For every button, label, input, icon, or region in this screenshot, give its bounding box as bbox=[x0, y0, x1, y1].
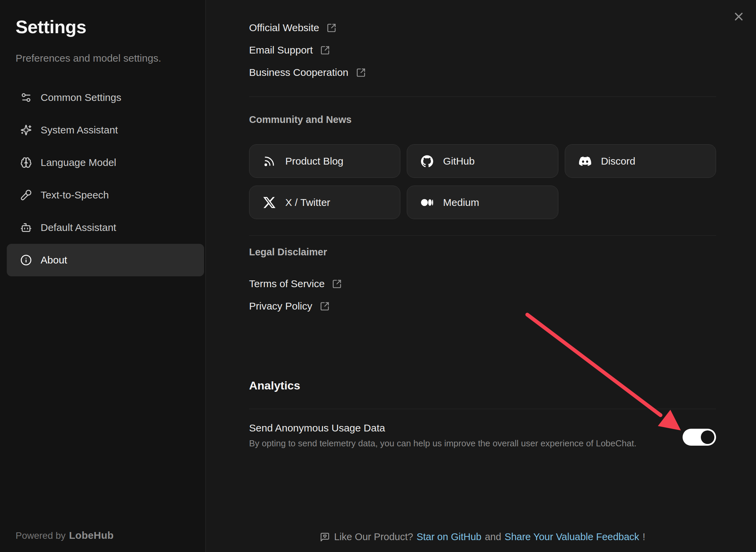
medium-icon bbox=[421, 196, 433, 209]
close-icon bbox=[732, 10, 745, 23]
sidebar-item-label: Text-to-Speech bbox=[41, 189, 109, 201]
external-link-icon bbox=[332, 279, 342, 289]
share-feedback-link[interactable]: Share Your Valuable Feedback bbox=[505, 531, 639, 543]
powered-by-text: Powered by bbox=[16, 530, 66, 541]
feedback-footer: Like Our Product? Star on GitHub and Sha… bbox=[249, 531, 716, 543]
usage-data-texts: Send Anonymous Usage Data By opting to s… bbox=[249, 421, 637, 449]
sidebar-item-system-assistant[interactable]: System Assistant bbox=[7, 114, 204, 146]
contact-links: Official Website Email Support Business … bbox=[249, 0, 716, 84]
usage-data-setting-row: Send Anonymous Usage Data By opting to s… bbox=[249, 421, 716, 449]
rss-icon bbox=[263, 155, 276, 168]
footer-text: ! bbox=[643, 531, 645, 543]
sidebar-item-text-to-speech[interactable]: Text-to-Speech bbox=[7, 179, 204, 211]
page-title: Settings bbox=[16, 16, 195, 38]
section-title-legal: Legal Disclaimer bbox=[249, 245, 716, 259]
discord-icon bbox=[579, 155, 592, 168]
section-title-analytics: Analytics bbox=[249, 378, 716, 393]
sidebar-item-about[interactable]: About bbox=[7, 244, 204, 276]
close-button[interactable] bbox=[731, 9, 747, 24]
usage-data-label: Send Anonymous Usage Data bbox=[249, 421, 637, 435]
sidebar-item-label: Default Assistant bbox=[41, 222, 116, 233]
legal-links: Terms of Service Privacy Policy bbox=[249, 259, 716, 317]
github-button[interactable]: GitHub bbox=[407, 144, 558, 178]
x-twitter-icon bbox=[263, 196, 276, 209]
settings-menu: Common Settings System Assistant Languag… bbox=[7, 81, 204, 276]
external-link-icon bbox=[320, 301, 330, 311]
sidebar-item-label: System Assistant bbox=[41, 124, 118, 136]
sidebar-item-common-settings[interactable]: Common Settings bbox=[7, 81, 204, 114]
toggle-knob bbox=[701, 430, 714, 444]
info-circle-icon bbox=[20, 254, 32, 266]
page-subtitle: Preferences and model settings. bbox=[16, 51, 195, 65]
footer-text: Like Our Product? bbox=[334, 531, 413, 543]
discord-button[interactable]: Discord bbox=[565, 144, 716, 178]
github-icon bbox=[421, 155, 433, 168]
official-website-link[interactable]: Official Website bbox=[249, 17, 336, 39]
section-title-contact-us: Contact Us bbox=[249, 0, 310, 3]
robot-icon bbox=[20, 222, 32, 233]
section-divider bbox=[249, 409, 716, 409]
message-square-heart-icon bbox=[320, 532, 330, 542]
sliders-icon bbox=[20, 92, 32, 103]
sidebar-item-language-model[interactable]: Language Model bbox=[7, 146, 204, 179]
privacy-policy-link[interactable]: Privacy Policy bbox=[249, 295, 330, 317]
section-title-community: Community and News bbox=[249, 113, 716, 126]
lobehub-brand-link[interactable]: LobeHub bbox=[69, 530, 114, 541]
footer-text: and bbox=[485, 531, 501, 543]
settings-sidebar: Settings Preferences and model settings.… bbox=[0, 0, 206, 552]
external-link-icon bbox=[320, 45, 330, 55]
settings-modal: Settings Preferences and model settings.… bbox=[0, 0, 756, 552]
section-divider bbox=[249, 97, 716, 97]
usage-data-toggle[interactable] bbox=[683, 429, 716, 446]
microphone-icon bbox=[20, 189, 32, 201]
sidebar-item-default-assistant[interactable]: Default Assistant bbox=[7, 211, 204, 244]
star-on-github-link[interactable]: Star on GitHub bbox=[417, 531, 482, 543]
section-divider bbox=[249, 235, 716, 236]
sidebar-item-label: Language Model bbox=[41, 157, 116, 168]
brain-icon bbox=[20, 157, 32, 168]
external-link-icon bbox=[356, 68, 366, 78]
community-buttons: Product Blog GitHub Discord X / Twitter bbox=[249, 144, 716, 219]
sparkles-icon bbox=[20, 124, 32, 136]
usage-data-description: By opting to send telemetry data, you ca… bbox=[249, 438, 637, 449]
sidebar-item-label: Common Settings bbox=[41, 92, 121, 103]
product-blog-button[interactable]: Product Blog bbox=[249, 144, 400, 178]
business-cooperation-link[interactable]: Business Cooperation bbox=[249, 61, 366, 84]
about-panel: Contact Us Official Website Email Suppor… bbox=[206, 0, 756, 552]
external-link-icon bbox=[327, 23, 336, 33]
sidebar-item-label: About bbox=[41, 254, 67, 266]
medium-button[interactable]: Medium bbox=[407, 186, 558, 219]
powered-by: Powered byLobeHub bbox=[16, 530, 114, 541]
x-twitter-button[interactable]: X / Twitter bbox=[249, 186, 400, 219]
terms-of-service-link[interactable]: Terms of Service bbox=[249, 273, 342, 295]
email-support-link[interactable]: Email Support bbox=[249, 39, 330, 61]
